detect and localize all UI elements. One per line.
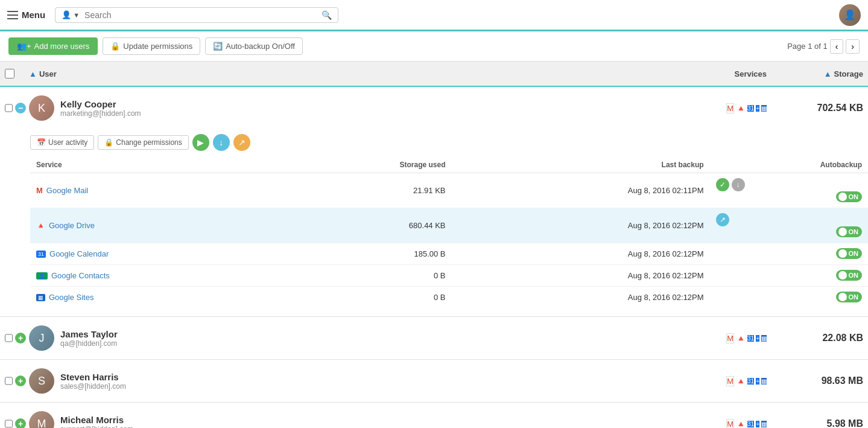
drive-icon: 🔺	[736, 104, 746, 113]
backup-check-icon[interactable]: ✓	[716, 178, 729, 191]
filter-icon[interactable]: 👤▼	[62, 10, 80, 19]
autobackup-toggle[interactable]: ON	[836, 191, 863, 202]
calendar-icon: 31	[747, 378, 754, 385]
service-icons: M 🔺 31 + ▦	[726, 376, 767, 386]
user-section-steven: + S Steven Harris sales@[hidden].com M 🔺…	[0, 360, 868, 403]
service-link[interactable]: 31 Google Calendar	[36, 249, 276, 258]
service-backup-cell: Aug 8, 2016 02:11PM	[452, 173, 710, 208]
service-row: 🔺 Google Drive 680.44 KB Aug 8, 2016 02:…	[30, 208, 868, 243]
sites-icon: ▦	[761, 421, 767, 427]
contacts-icon: +	[756, 335, 759, 342]
service-storage-cell: 21.91 KB	[282, 173, 452, 208]
service-link[interactable]: 🔺 Google Drive	[36, 221, 276, 230]
service-storage-cell: 0 B	[282, 265, 452, 287]
service-name-cell[interactable]: 🔺 Google Drive	[30, 208, 282, 243]
service-autobackup-cell: ON	[710, 287, 868, 308]
user-section-kelly: − K Kelly Cooper marketing@[hidden].com …	[0, 87, 868, 317]
search-area: 👤▼ 🔍	[55, 7, 338, 23]
users-list: − K Kelly Cooper marketing@[hidden].com …	[0, 87, 868, 428]
user-checkbox[interactable]	[5, 333, 13, 343]
service-name-cell[interactable]: ▦ Google Sites	[30, 287, 282, 308]
header-user[interactable]: ▲ User	[24, 67, 651, 81]
service-link[interactable]: M Google Mail	[36, 186, 276, 195]
services-cell: M 🔺 31 + ▦	[651, 417, 771, 429]
gmail-icon: M	[726, 333, 734, 343]
add-users-icon: 👥+	[17, 42, 31, 51]
menu-button[interactable]: Menu	[7, 10, 45, 20]
user-activity-button[interactable]: 📅 User activity	[30, 135, 94, 150]
service-backup-cell: Aug 8, 2016 02:12PM	[452, 243, 710, 265]
storage-cell: 22.08 KB	[771, 330, 868, 346]
auto-backup-button[interactable]: 🔄 Auto-backup On/Off	[205, 37, 303, 55]
storage-cell: 98.63 MB	[771, 373, 868, 389]
service-autobackup-cell: ↗ ON	[710, 208, 868, 243]
hamburger-icon	[7, 11, 18, 19]
backup-icon: 🔄	[213, 42, 223, 51]
search-icon[interactable]: 🔍	[322, 10, 332, 20]
search-input[interactable]	[84, 10, 318, 20]
user-checkbox-cell: +	[0, 373, 24, 389]
prev-page-button[interactable]: ‹	[830, 39, 844, 54]
gmail-icon: M	[726, 103, 734, 113]
user-checkbox[interactable]	[5, 419, 13, 428]
service-link[interactable]: ▦ Google Sites	[36, 293, 276, 302]
sites-icon: ▦	[761, 105, 767, 112]
user-name: James Taylor	[60, 329, 118, 339]
autobackup-toggle[interactable]: ON	[836, 270, 863, 281]
restore-button[interactable]: ↗	[233, 134, 250, 151]
user-details: James Taylor qa@[hidden].com	[60, 329, 118, 348]
backup-download-icon[interactable]: ↓	[732, 178, 745, 191]
user-checkbox-cell: +	[0, 416, 24, 428]
update-permissions-button[interactable]: 🔒 Update permissions	[103, 37, 200, 55]
user-checkbox[interactable]	[5, 103, 13, 113]
add-users-button[interactable]: 👥+ Add more users	[8, 37, 98, 55]
th-storage-used: Storage used	[282, 157, 452, 173]
gmail-icon: M	[726, 376, 734, 386]
user-row[interactable]: + M Micheal Morris support@[hidden].com …	[0, 403, 868, 428]
user-info-cell: J James Taylor qa@[hidden].com	[24, 323, 651, 353]
user-section-micheal: + M Micheal Morris support@[hidden].com …	[0, 403, 868, 428]
user-checkbox[interactable]	[5, 376, 13, 386]
user-checkbox-cell: −	[0, 100, 24, 116]
change-permissions-button[interactable]: 🔒 Change permissions	[98, 135, 188, 150]
backup-share-icon[interactable]: ↗	[716, 213, 729, 226]
backup-now-button[interactable]: ▶	[192, 134, 209, 151]
pagination: Page 1 of 1 ‹ ›	[787, 39, 860, 54]
storage-value: 702.54 KB	[817, 103, 864, 113]
service-name-cell[interactable]: M Google Mail	[30, 173, 282, 208]
select-all-checkbox[interactable]	[5, 69, 14, 78]
user-row[interactable]: − K Kelly Cooper marketing@[hidden].com …	[0, 87, 868, 129]
user-row[interactable]: + J James Taylor qa@[hidden].com M 🔺 31 …	[0, 317, 868, 359]
drive-icon: 🔺	[736, 377, 746, 386]
download-button[interactable]: ↓	[213, 134, 230, 151]
next-page-button[interactable]: ›	[846, 39, 860, 54]
user-avatar: M	[29, 411, 54, 428]
autobackup-toggle[interactable]: ON	[836, 248, 863, 259]
calendar-icon: 31	[747, 335, 754, 342]
user-details: Micheal Morris support@[hidden].com	[60, 415, 133, 429]
avatar[interactable]: 👤	[839, 4, 861, 26]
autobackup-toggle[interactable]: ON	[836, 292, 863, 302]
storage-value: 98.63 MB	[822, 375, 863, 386]
service-backup-cell: Aug 8, 2016 02:12PM	[452, 208, 710, 243]
sites-icon: ▦	[761, 335, 767, 342]
menu-label: Menu	[22, 10, 45, 20]
service-autobackup-cell: ✓↓ ON	[710, 173, 868, 208]
header-storage[interactable]: ▲ Storage	[771, 67, 868, 81]
nav-right: 👤	[839, 4, 861, 26]
user-email: qa@[hidden].com	[60, 339, 118, 348]
service-name-cell[interactable]: 31 Google Calendar	[30, 243, 282, 265]
backup-actions: ↗	[716, 213, 862, 226]
action-buttons: 📅 User activity 🔒 Change permissions ▶ ↓…	[24, 129, 868, 157]
user-row[interactable]: + S Steven Harris sales@[hidden].com M 🔺…	[0, 360, 868, 402]
contacts-icon: +	[756, 105, 759, 112]
contacts-icon: +	[756, 421, 759, 427]
th-last-backup: Last backup	[452, 157, 710, 173]
service-storage-cell: 680.44 KB	[282, 208, 452, 243]
service-icons: M 🔺 31 + ▦	[726, 333, 767, 343]
service-name-cell[interactable]: 👤 Google Contacts	[30, 265, 282, 287]
user-info-cell: K Kelly Cooper marketing@[hidden].com	[24, 93, 651, 123]
autobackup-toggle[interactable]: ON	[836, 226, 863, 237]
service-link[interactable]: 👤 Google Contacts	[36, 271, 276, 280]
calendar-icon: 31	[747, 105, 754, 112]
